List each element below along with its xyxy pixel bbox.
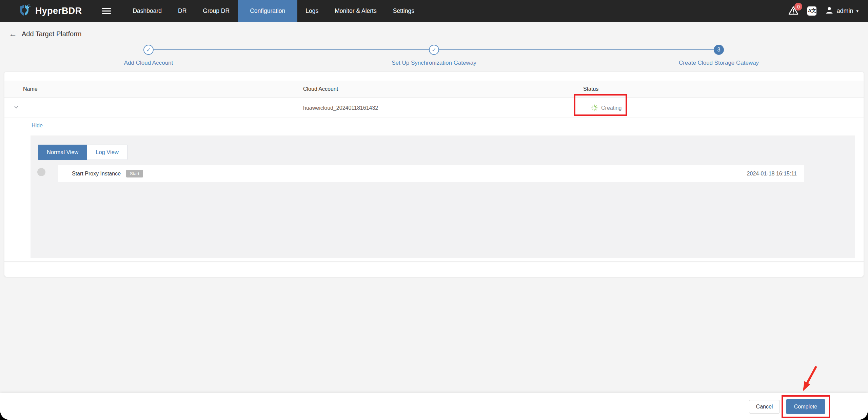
view-tabs: Normal View Log View <box>38 145 127 160</box>
step-2-label: Set Up Synchronization Gateway <box>392 60 476 66</box>
nav-item-logs[interactable]: Logs <box>297 0 327 22</box>
timeline-dot <box>37 168 45 176</box>
log-entry-row: Start Proxy Instance Start 2024-01-18 16… <box>58 165 804 182</box>
user-menu[interactable]: admin ▾ <box>825 6 859 16</box>
step-1-label: Add Cloud Account <box>124 60 173 66</box>
nav-item-group-dr[interactable]: Group DR <box>195 0 238 22</box>
nav-menu: Dashboard DR Group DR Configuration Logs… <box>124 0 422 22</box>
log-task-name: Start Proxy Instance <box>72 171 121 177</box>
column-header-status: Status <box>583 81 598 98</box>
tab-normal-view[interactable]: Normal View <box>38 145 87 160</box>
column-header-name: Name <box>23 81 38 98</box>
cell-status: Creating <box>591 98 622 118</box>
hyperbdr-logo-icon <box>18 4 31 18</box>
hamburger-menu-icon[interactable] <box>102 0 111 22</box>
row-expand-chevron-icon[interactable] <box>14 104 19 111</box>
top-nav: HyperBDR Dashboard DR Group DR Configura… <box>0 0 868 22</box>
back-arrow-icon[interactable]: ← <box>9 30 17 38</box>
nav-right: 0 A文 admin ▾ <box>788 0 868 22</box>
cancel-button[interactable]: Cancel <box>749 400 780 414</box>
alerts-bell-button[interactable]: 0 <box>788 6 798 16</box>
step-1-check-icon: ✓ <box>143 45 154 55</box>
cell-cloud-account: huaweicloud_20240118161432 <box>303 98 378 118</box>
table-header-row: Name Cloud Account Status <box>4 81 864 98</box>
loading-spinner-icon <box>591 104 598 111</box>
page-title: Add Target Platform <box>22 30 81 38</box>
hide-details-link[interactable]: Hide <box>32 123 43 129</box>
detail-panel: Normal View Log View Start Proxy Instanc… <box>31 135 855 258</box>
language-switch-icon[interactable]: A文 <box>807 6 816 16</box>
step-2-check-icon: ✓ <box>429 45 439 55</box>
step-3-label: Create Cloud Storage Gateway <box>679 60 759 66</box>
brand-name: HyperBDR <box>35 6 82 16</box>
footer-action-bar: Cancel Complete <box>0 393 868 420</box>
nav-item-dr[interactable]: DR <box>170 0 195 22</box>
step-connector-line <box>154 49 429 50</box>
notification-count-badge: 0 <box>794 3 802 10</box>
nav-item-dashboard[interactable]: Dashboard <box>124 0 170 22</box>
nav-item-settings[interactable]: Settings <box>385 0 422 22</box>
chevron-down-icon: ▾ <box>856 8 859 14</box>
step-3-number: 3 <box>714 45 724 55</box>
gateway-table-card: Name Cloud Account Status huaweicloud_20… <box>4 72 864 277</box>
wizard-stepper: ✓ ✓ 3 Add Cloud Account Set Up Synchroni… <box>0 40 868 72</box>
status-text: Creating <box>601 105 622 111</box>
user-avatar-icon <box>825 6 833 16</box>
brand: HyperBDR <box>0 0 82 22</box>
warning-triangle-icon <box>788 10 798 16</box>
user-name: admin <box>836 7 853 15</box>
log-status-badge: Start <box>126 170 143 177</box>
step-connector-line <box>439 49 714 50</box>
log-timestamp: 2024-01-18 16:15:11 <box>747 171 797 177</box>
nav-item-monitor-alerts[interactable]: Monitor & Alerts <box>327 0 385 22</box>
tab-log-view[interactable]: Log View <box>87 145 127 160</box>
nav-item-configuration[interactable]: Configuration <box>238 0 297 22</box>
column-header-cloud-account: Cloud Account <box>303 81 338 98</box>
table-row: huaweicloud_20240118161432 Creating <box>4 98 864 118</box>
page-header: ← Add Target Platform <box>0 22 868 39</box>
complete-button[interactable]: Complete <box>786 399 825 414</box>
card-divider <box>4 261 864 262</box>
annotation-arrow-icon <box>797 366 820 395</box>
